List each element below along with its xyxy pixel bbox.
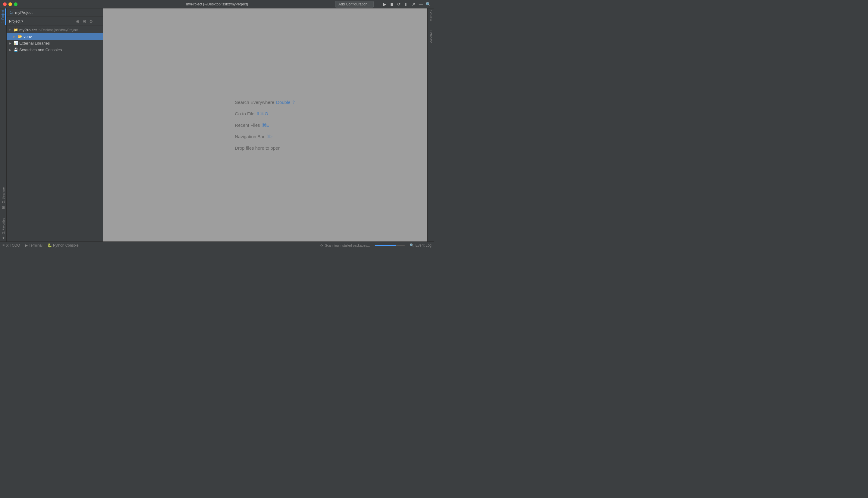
arrow-expanded: ▾ bbox=[9, 28, 13, 31]
statusbar: ≡ 6: TODO ▶ Terminal 🐍 Python Console ⟳ … bbox=[0, 241, 434, 249]
step-over-icon[interactable]: ↗ bbox=[410, 1, 417, 7]
project-panel-header: Project ▾ ⊕ ⊟ ⚙ — bbox=[7, 17, 103, 26]
project-title-bar: 🗂 myProject bbox=[7, 9, 103, 17]
welcome-line-drop: Drop files here to open bbox=[235, 145, 296, 150]
scanning-spinner-icon: ⟳ bbox=[320, 244, 323, 248]
statusbar-terminal[interactable]: ▶ Terminal bbox=[25, 243, 42, 248]
welcome-line-goto[interactable]: Go to File ⇧⌘O bbox=[235, 111, 296, 117]
favorites-star-icon[interactable]: ★ bbox=[2, 236, 5, 240]
scratches-label: Scratches and Consoles bbox=[19, 48, 62, 52]
tree-item-external-libraries[interactable]: ▶ 📊 External Libraries bbox=[7, 40, 103, 47]
add-configuration-button[interactable]: Add Configuration... bbox=[335, 1, 374, 8]
sidebar-item-database[interactable]: Database bbox=[429, 29, 433, 45]
settings-icon[interactable]: ⚙ bbox=[88, 19, 94, 24]
arrow-collapsed: ▶ bbox=[13, 35, 17, 38]
toolbar-icons: ▶ ⏹ ⟳ ⏸ ↗ — 🔍 bbox=[382, 1, 431, 7]
arrow-collapsed-scratch: ▶ bbox=[9, 48, 13, 52]
run-icon[interactable]: ▶ bbox=[382, 1, 387, 7]
separator-icon: — bbox=[418, 1, 424, 7]
folder-icon: 📂 bbox=[17, 34, 22, 39]
welcome-line-search[interactable]: Search Everywhere Double ⇧ bbox=[235, 100, 296, 105]
progress-bar bbox=[375, 245, 405, 246]
project-title: 🗂 myProject bbox=[9, 10, 33, 15]
minimize-button[interactable] bbox=[9, 2, 12, 6]
sidebar-item-project[interactable]: 1: Project bbox=[1, 9, 6, 25]
window-title: myProject [~/Desktop/jssfxt/myProject] bbox=[186, 2, 248, 6]
todo-icon: ≡ bbox=[2, 243, 4, 248]
stop-icon[interactable]: ⏹ bbox=[389, 1, 395, 7]
tree-item-venv[interactable]: ▶ 📂 venv bbox=[7, 33, 103, 40]
welcome-content: Search Everywhere Double ⇧ Go to File ⇧⌘… bbox=[235, 100, 296, 150]
panel-header-icons: ⊕ ⊟ ⚙ — bbox=[75, 19, 100, 24]
progress-bar-fill bbox=[375, 245, 396, 246]
tree-item-scratches[interactable]: ▶ 💾 Scratches and Consoles bbox=[7, 47, 103, 53]
statusbar-python-console[interactable]: 🐍 Python Console bbox=[47, 243, 79, 248]
external-libraries-label: External Libraries bbox=[19, 41, 50, 45]
main-content-area[interactable]: Search Everywhere Double ⇧ Go to File ⇧⌘… bbox=[103, 9, 427, 241]
sidebar-item-structure[interactable]: 2: Structure bbox=[1, 185, 6, 205]
project-dropdown[interactable]: Project ▾ bbox=[9, 19, 73, 24]
scanning-text: Scanning installed packages... bbox=[325, 244, 370, 247]
arrow-collapsed-ext: ▶ bbox=[9, 41, 13, 45]
statusbar-event-log[interactable]: 🔍 Event Log bbox=[410, 243, 432, 248]
locate-icon[interactable]: ⊕ bbox=[75, 19, 80, 24]
welcome-line-recent[interactable]: Recent Files ⌘E bbox=[235, 122, 296, 128]
project-path: ~/Desktop/jssfxt/myProject bbox=[39, 28, 78, 31]
hide-icon[interactable]: — bbox=[95, 19, 100, 24]
main-layout: 1: Project 🗂 myProject Project ▾ ⊕ ⊟ ⚙ — bbox=[0, 9, 434, 241]
venv-label: venv bbox=[24, 34, 31, 39]
search-everywhere-icon[interactable]: 🔍 bbox=[425, 1, 431, 7]
scanning-status: ⟳ Scanning installed packages... bbox=[320, 244, 370, 248]
maximize-button[interactable] bbox=[14, 2, 17, 6]
project-panel: 🗂 myProject Project ▾ ⊕ ⊟ ⚙ — ▾ 📁 bbox=[7, 9, 103, 241]
traffic-lights bbox=[3, 2, 17, 6]
sidebar-item-favorites[interactable]: 2: Favorites bbox=[1, 216, 6, 235]
project-icon: 📁 bbox=[13, 27, 18, 32]
right-panel-strip: SciView Database bbox=[427, 9, 434, 241]
welcome-line-navbar[interactable]: Navigation Bar ⌘↑ bbox=[235, 134, 296, 140]
collapse-icon[interactable]: ⊟ bbox=[82, 19, 87, 24]
scratches-icon: 💾 bbox=[13, 47, 18, 52]
close-button[interactable] bbox=[3, 2, 7, 6]
tree-item-myproject[interactable]: ▾ 📁 myProject ~/Desktop/jssfxt/myProject bbox=[7, 26, 103, 33]
statusbar-right: ⟳ Scanning installed packages... 🔍 Event… bbox=[320, 243, 432, 248]
project-tree: ▾ 📁 myProject ~/Desktop/jssfxt/myProject… bbox=[7, 26, 103, 241]
pause-icon[interactable]: ⏸ bbox=[403, 1, 409, 7]
titlebar: myProject [~/Desktop/jssfxt/myProject] A… bbox=[0, 0, 434, 9]
left-bottom-strip: 2: Structure ⊞ 2: Favorites ★ bbox=[0, 185, 7, 241]
structure-icon[interactable]: ⊞ bbox=[2, 205, 5, 210]
terminal-icon: ▶ bbox=[25, 243, 28, 248]
statusbar-todo[interactable]: ≡ 6: TODO bbox=[2, 243, 20, 248]
project-label: myProject bbox=[19, 28, 37, 32]
project-folder-icon: 🗂 bbox=[9, 10, 13, 15]
event-log-icon: 🔍 bbox=[410, 243, 414, 248]
libraries-icon: 📊 bbox=[13, 41, 18, 45]
python-icon: 🐍 bbox=[47, 243, 52, 248]
rerun-icon[interactable]: ⟳ bbox=[396, 1, 402, 7]
sidebar-item-sciview[interactable]: SciView bbox=[429, 9, 433, 23]
